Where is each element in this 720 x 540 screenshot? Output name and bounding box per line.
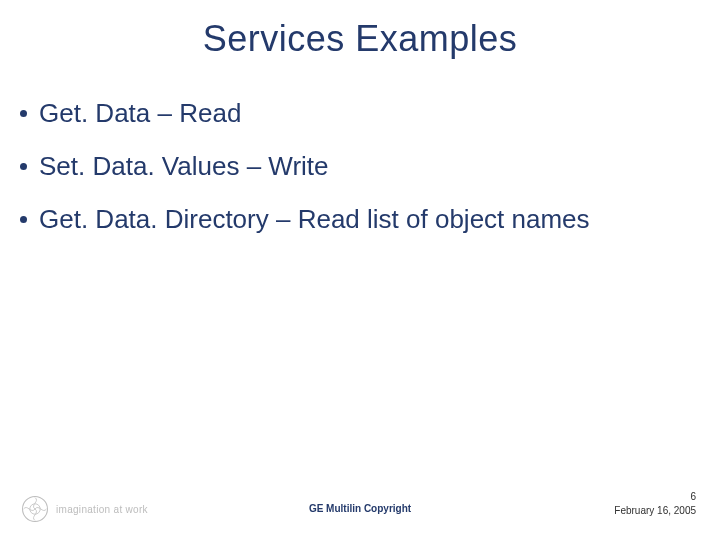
bullet-item: Get. Data. Directory – Read list of obje… [20,204,700,235]
bullet-item: Set. Data. Values – Write [20,151,700,182]
slide: Services Examples Get. Data – Read Set. … [0,0,720,540]
bullet-dot-icon [20,216,27,223]
footer-date: February 16, 2005 [614,505,696,516]
bullet-text: Get. Data. Directory – Read list of obje… [39,204,590,235]
page-number: 6 [690,491,696,502]
bullet-dot-icon [20,163,27,170]
tagline: imagination at work [56,504,148,515]
logo-group: imagination at work [22,496,148,522]
footer: imagination at work GE Multilin Copyrigh… [0,482,720,522]
bullet-dot-icon [20,110,27,117]
ge-logo-icon [22,496,48,522]
slide-title: Services Examples [0,18,720,60]
bullet-text: Set. Data. Values – Write [39,151,329,182]
bullet-list: Get. Data – Read Set. Data. Values – Wri… [20,98,700,258]
copyright-text: GE Multilin Copyright [309,503,411,514]
bullet-item: Get. Data – Read [20,98,700,129]
bullet-text: Get. Data – Read [39,98,241,129]
